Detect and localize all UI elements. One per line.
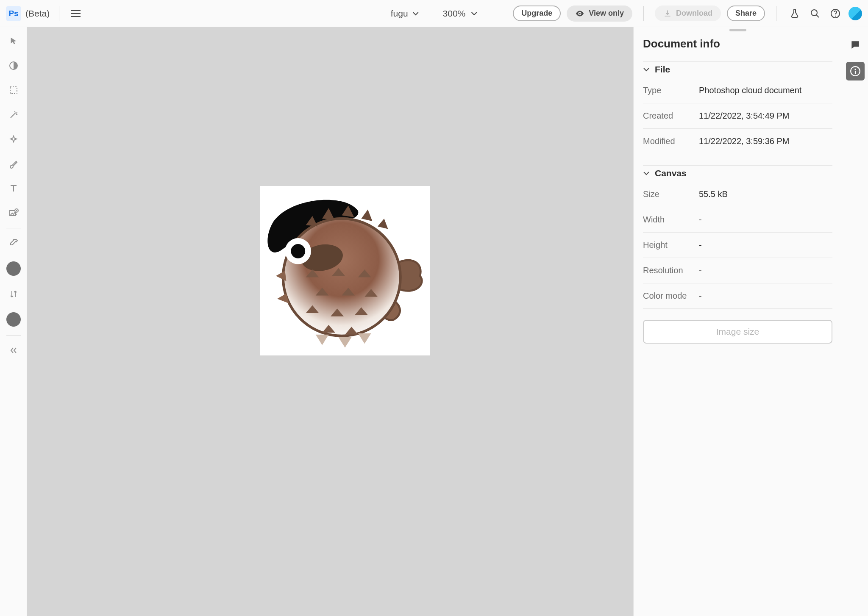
text-tool-icon[interactable] <box>7 182 20 195</box>
info-label: Size <box>643 189 699 199</box>
info-row-type: Type Photoshop cloud document <box>643 78 832 103</box>
divider <box>6 335 21 336</box>
eyedropper-tool-icon[interactable] <box>7 237 20 250</box>
info-label: Modified <box>643 136 699 146</box>
download-label: Download <box>676 9 712 18</box>
help-icon[interactable] <box>828 6 843 21</box>
panel-drag-handle[interactable] <box>729 29 746 31</box>
svg-point-34 <box>854 69 856 70</box>
info-icon[interactable] <box>846 62 865 80</box>
info-value: - <box>699 215 832 225</box>
brush-tool-icon[interactable] <box>7 158 20 170</box>
download-button: Download <box>655 6 721 21</box>
chevron-down-icon <box>412 10 419 17</box>
labs-icon[interactable] <box>787 6 802 21</box>
info-value: Photoshop cloud document <box>699 86 832 95</box>
divider <box>6 228 21 228</box>
info-value: 55.5 kB <box>699 189 832 199</box>
chevron-down-icon <box>470 10 477 17</box>
info-label: Color mode <box>643 291 699 301</box>
image-size-button: Image size <box>643 320 832 344</box>
search-icon[interactable] <box>808 6 822 21</box>
swap-colors-icon[interactable] <box>7 288 20 300</box>
background-color-swatch[interactable] <box>6 312 21 327</box>
user-avatar[interactable] <box>849 7 862 20</box>
hamburger-menu-icon[interactable] <box>69 8 83 19</box>
info-row-width: Width - <box>643 207 832 233</box>
magic-wand-tool-icon[interactable] <box>7 108 20 121</box>
svg-rect-5 <box>10 87 17 94</box>
select-tool-icon[interactable] <box>7 84 20 97</box>
beta-label: (Beta) <box>25 8 50 19</box>
svg-point-16 <box>291 244 305 258</box>
svg-rect-35 <box>854 71 855 74</box>
chevron-down-icon <box>643 66 650 73</box>
info-value: - <box>699 240 832 250</box>
document-name-dropdown[interactable]: fugu <box>391 8 419 19</box>
svg-marker-28 <box>316 335 329 345</box>
svg-marker-29 <box>339 337 352 348</box>
svg-marker-30 <box>358 333 371 344</box>
svg-marker-31 <box>276 271 287 281</box>
info-label: Resolution <box>643 266 699 275</box>
share-button[interactable]: Share <box>727 6 765 21</box>
divider <box>776 6 776 21</box>
svg-marker-13 <box>378 219 388 229</box>
file-section-header[interactable]: File <box>643 61 832 78</box>
svg-point-8 <box>283 219 401 336</box>
info-value: 11/22/2022, 3:59:36 PM <box>699 136 832 146</box>
left-toolbar <box>0 27 27 616</box>
app-header: Ps (Beta) fugu 300% Upgrade View only <box>0 0 868 27</box>
info-label: Height <box>643 240 699 250</box>
artboard[interactable] <box>260 186 430 355</box>
info-row-modified: Modified 11/22/2022, 3:59:36 PM <box>643 129 832 154</box>
info-value: 11/22/2022, 3:54:49 PM <box>699 111 832 121</box>
view-only-label: View only <box>589 9 624 18</box>
info-row-colormode: Color mode - <box>643 283 832 309</box>
svg-point-1 <box>811 10 817 16</box>
foreground-color-swatch[interactable] <box>6 261 21 276</box>
document-name: fugu <box>391 8 408 19</box>
upgrade-button[interactable]: Upgrade <box>513 6 561 21</box>
zoom-value: 300% <box>443 8 466 19</box>
info-label: Created <box>643 111 699 121</box>
divider <box>59 6 59 21</box>
adjust-tool-icon[interactable] <box>7 59 20 72</box>
svg-point-3 <box>835 15 836 16</box>
sparkle-tool-icon[interactable] <box>7 133 20 146</box>
info-row-size: Size 55.5 kB <box>643 182 832 207</box>
canvas-viewport[interactable] <box>27 27 633 616</box>
fugu-image <box>260 186 430 355</box>
comments-icon[interactable] <box>846 36 865 54</box>
zoom-dropdown[interactable]: 300% <box>443 8 478 19</box>
info-row-height: Height - <box>643 233 832 258</box>
move-tool-icon[interactable] <box>7 35 20 47</box>
document-info-panel: Document info File Type Photoshop cloud … <box>633 27 842 616</box>
view-only-button[interactable]: View only <box>567 6 632 22</box>
file-section-label: File <box>655 64 670 75</box>
info-label: Type <box>643 86 699 95</box>
collapse-toolbar-icon[interactable] <box>7 344 20 357</box>
right-rail <box>842 27 868 616</box>
panel-title: Document info <box>643 37 832 50</box>
eye-icon <box>575 9 584 18</box>
canvas-section-label: Canvas <box>655 168 687 178</box>
svg-marker-12 <box>361 209 372 221</box>
canvas-section-header[interactable]: Canvas <box>643 165 832 182</box>
divider <box>643 6 644 21</box>
info-row-resolution: Resolution - <box>643 258 832 283</box>
info-row-created: Created 11/22/2022, 3:54:49 PM <box>643 103 832 129</box>
download-icon <box>663 9 672 18</box>
info-value: - <box>699 291 832 301</box>
chevron-down-icon <box>643 170 650 177</box>
info-value: - <box>699 266 832 275</box>
svg-point-0 <box>579 13 581 14</box>
add-image-tool-icon[interactable] <box>7 207 20 219</box>
photoshop-logo[interactable]: Ps <box>6 6 21 21</box>
info-label: Width <box>643 215 699 225</box>
